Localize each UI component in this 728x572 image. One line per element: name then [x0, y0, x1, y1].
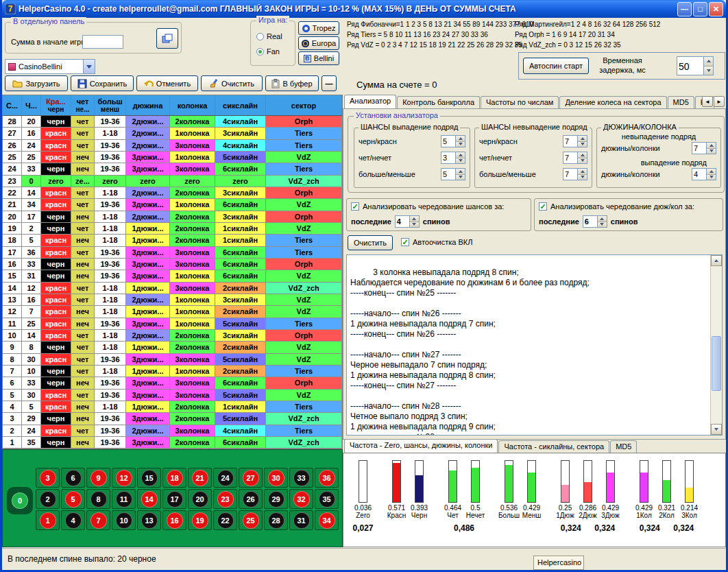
close-button[interactable]: ✕ — [709, 2, 723, 16]
number-4[interactable]: 4 — [65, 512, 82, 529]
spin-row[interactable]: 2716краснчет1-182дюжи...1колонка3сиклайн… — [3, 128, 342, 139]
spin-row[interactable]: 135черннеч19-363дюжи...2колонка6сиклайнV… — [3, 437, 342, 449]
spin-down[interactable] — [456, 158, 465, 164]
number-20[interactable]: 20 — [192, 491, 208, 508]
number-15[interactable]: 15 — [141, 470, 158, 486]
number-13[interactable]: 13 — [141, 512, 158, 529]
spin-up[interactable] — [456, 152, 465, 158]
spin-row[interactable]: 1125красннеч19-363дюжи...1колонка5сиклай… — [3, 318, 342, 330]
tab-2[interactable]: Контроль банкролла — [397, 96, 480, 108]
spin-row[interactable]: 530краснчет19-363дюжи...3колонка5сиклайн… — [3, 390, 342, 401]
tab-4[interactable]: Деление колеса на сектора — [559, 96, 666, 108]
high-low-absent-spinner[interactable]: 7 — [563, 168, 587, 180]
spin-row[interactable]: 2214краснчет1-182дюжи...2колонка3сиклайн… — [3, 187, 342, 199]
number-22[interactable]: 22 — [217, 512, 234, 529]
tabs-scroll-right-icon[interactable]: ► — [714, 96, 725, 107]
number-30[interactable]: 30 — [268, 470, 284, 486]
spin-row[interactable]: 1316краснчет1-182дюжи...1колонка3сиклайн… — [3, 294, 342, 306]
detach-panel-button[interactable] — [156, 28, 178, 49]
number-5[interactable]: 5 — [65, 491, 82, 508]
number-36[interactable]: 36 — [319, 470, 335, 486]
number-28[interactable]: 28 — [268, 512, 284, 529]
spin-row[interactable]: 2624краснчет19-362дюжи...3колонка4сиклай… — [3, 140, 342, 152]
spin-row[interactable]: 98чернчет1-181дюжи...2колонка2сиклайнVdZ — [3, 342, 342, 353]
spin-row[interactable]: 230zeroze...zerozerozerozeroVdZ_zch — [3, 176, 342, 187]
even-odd-appear-spinner[interactable]: 3 — [441, 152, 465, 164]
spin-row[interactable]: 185красннеч1-181дюжи...2колонка1сиклайнT… — [3, 235, 342, 246]
scroll-down-icon[interactable] — [711, 424, 722, 435]
tab-1[interactable]: Анализатор — [344, 95, 396, 108]
minimize-button[interactable]: — — [677, 2, 692, 16]
number-11[interactable]: 11 — [116, 491, 132, 508]
spin-up[interactable] — [707, 143, 716, 149]
number-14[interactable]: 14 — [141, 491, 158, 508]
radio-fan[interactable]: Fan — [256, 47, 280, 56]
number-24[interactable]: 24 — [217, 470, 234, 486]
even-odd-absent-spinner[interactable]: 7 — [563, 152, 587, 164]
spin-row[interactable]: 830краснчет19-363дюжи...3колонка5сиклайн… — [3, 354, 342, 366]
spin-row[interactable]: 192чернчет1-181дюжи...2колонка1сиклайнVd… — [3, 223, 342, 235]
spin-up[interactable] — [456, 136, 465, 142]
number-27[interactable]: 27 — [243, 470, 259, 486]
number-18[interactable]: 18 — [167, 470, 183, 486]
spin-row[interactable]: 224краснчет19-362дюжи...3колонка4сиклайн… — [3, 425, 342, 437]
spin-row[interactable]: 1736краснчет19-363дюжи...3колонка6сиклай… — [3, 247, 342, 259]
log-scrollbar[interactable] — [710, 255, 722, 435]
spin-down[interactable] — [456, 175, 465, 180]
save-button[interactable]: Сохранить — [71, 75, 134, 91]
black-red-appear-spinner[interactable]: 5 — [441, 135, 465, 147]
delay-spinner[interactable]: 50 — [677, 56, 714, 75]
spin-row[interactable]: 1014краснчет1-182дюжи...2колонка3сиклайн… — [3, 330, 342, 342]
undo-button[interactable]: Отменить — [136, 75, 198, 91]
spin-up[interactable] — [598, 216, 607, 222]
spin-up[interactable] — [707, 169, 716, 175]
spin-up[interactable] — [456, 169, 465, 175]
maximize-button[interactable]: □ — [693, 2, 707, 16]
spin-down[interactable] — [578, 142, 587, 147]
dozen-appear-spinner[interactable]: 4 — [692, 168, 716, 180]
casino-europa-button[interactable]: Europa — [298, 36, 339, 50]
alt-dozens-checkbox[interactable]: ✓ Анализировать чередование дюж/кол за: — [539, 202, 694, 211]
number-2[interactable]: 2 — [40, 491, 56, 508]
number-16[interactable]: 16 — [167, 512, 183, 529]
spin-row[interactable]: 1633черннеч19-363дюжи...3колонка6сиклайн… — [3, 259, 342, 270]
spin-row[interactable]: 633черннеч19-363дюжи...3колонка6сиклайнO… — [3, 377, 342, 389]
spin-row[interactable]: 2820чернчет19-362дюжи...2колонка4сиклайн… — [3, 116, 342, 128]
number-32[interactable]: 32 — [293, 491, 310, 508]
number-34[interactable]: 34 — [319, 512, 335, 529]
number-7[interactable]: 7 — [90, 512, 107, 529]
spin-up[interactable] — [410, 216, 419, 222]
spin-row[interactable]: 1531черннеч19-363дюжи...1колонка6сиклайн… — [3, 270, 342, 282]
number-17[interactable]: 17 — [167, 491, 183, 508]
casino-tropez-button[interactable]: Tropez — [298, 21, 339, 35]
tab-3[interactable]: Частоты по числам — [481, 96, 559, 108]
autoclear-checkbox[interactable]: ✓ Автоочистка ВКЛ — [401, 238, 472, 246]
chart-tab-2[interactable]: Частота - сиклайны, сектора — [498, 440, 609, 453]
number-35[interactable]: 35 — [319, 491, 335, 508]
spin-row[interactable]: 2134краснчет19-363дюжи...1колонка6сиклай… — [3, 199, 342, 211]
load-button[interactable]: Загрузить — [5, 75, 68, 91]
high-low-appear-spinner[interactable]: 5 — [441, 168, 465, 180]
spin-row[interactable]: 45красннеч1-181дюжи...2колонка1сиклайнTi… — [3, 401, 342, 413]
casino-select[interactable]: CasinoBellini — [5, 59, 95, 74]
spin-down[interactable] — [707, 175, 716, 180]
number-12[interactable]: 12 — [116, 470, 132, 486]
spin-row[interactable]: 127красннеч1-181дюжи...1колонка2сиклайнV… — [3, 306, 342, 318]
number-33[interactable]: 33 — [293, 470, 310, 486]
tab-5[interactable]: MD5 — [668, 96, 694, 108]
spin-up[interactable] — [578, 152, 587, 158]
spin-down[interactable] — [578, 175, 587, 180]
number-6[interactable]: 6 — [65, 470, 82, 486]
chart-tab-3[interactable]: MD5 — [610, 440, 637, 453]
analyzer-log[interactable]: 3 колонка невыпадала подряд 8 спин; Набл… — [346, 254, 723, 436]
alt-chances-spinner[interactable]: 4 — [395, 215, 420, 228]
number-25[interactable]: 25 — [243, 512, 259, 529]
spin-up[interactable] — [578, 169, 587, 175]
chart-tab-1[interactable]: Частота - Zero, шансы, дюжины, колонки — [344, 439, 498, 453]
delay-spin-up[interactable] — [704, 57, 713, 67]
clear-log-button[interactable]: Очистить — [348, 235, 393, 250]
number-3[interactable]: 3 — [40, 470, 56, 486]
dozen-absent-spinner[interactable]: 7 — [692, 142, 716, 154]
spin-row[interactable]: 2017черннеч1-182дюжи...2колонка3сиклайнO… — [3, 211, 342, 223]
radio-real[interactable]: Real — [256, 32, 282, 40]
